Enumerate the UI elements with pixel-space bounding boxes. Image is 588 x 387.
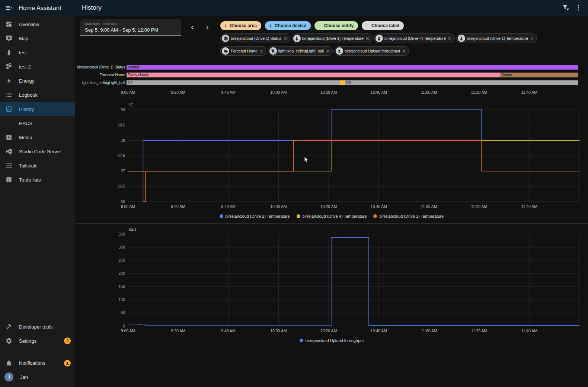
filter-chip-birrejancloud-drive-4-temperature[interactable]: birrejancloud (Drive 4) Temperature	[374, 33, 455, 43]
sidebar-item-label: Settings	[19, 338, 36, 344]
sidebar-item-label: History	[19, 106, 34, 112]
filter-chip-light-ikea-cellinglight-hall[interactable]: light.ikea_cellingLight_hall	[268, 46, 333, 56]
chart-icon	[6, 106, 12, 112]
svg-text:9:20 AM: 9:20 AM	[171, 204, 186, 209]
overflow-menu-icon[interactable]	[575, 4, 582, 12]
chip-label: birrejancloud (Drive 1) Temperature	[467, 36, 528, 41]
sidebar-item-energy[interactable]: Energy	[0, 74, 75, 88]
date-range-field[interactable]: Start date - End date Sep 5, 9:00 AM - S…	[80, 19, 181, 36]
throughput-chart[interactable]: 050100150200250300350kB/s9:00 AM9:20 AM9…	[75, 224, 588, 336]
sidebar-header: Home Assistant	[0, 4, 75, 12]
remove-filter-icon[interactable]	[283, 36, 288, 41]
legend-label: birrejancloud (Drive 2) Temperature	[226, 214, 290, 218]
timeline-segment[interactable]: Off	[345, 80, 578, 85]
sidebar: OverviewMaptesttest 2EnergyLogbookHistor…	[0, 16, 75, 387]
svg-text:36.5: 36.5	[118, 184, 125, 188]
choose-device-button[interactable]: Choose device	[265, 21, 311, 30]
sidebar-item-history[interactable]: History	[0, 102, 75, 116]
sidebar-item-notifications[interactable]: Notifications1	[0, 356, 75, 370]
svg-text:kB/s: kB/s	[129, 227, 136, 231]
timeline-segment[interactable]: normal	[127, 65, 578, 70]
choose-area-button[interactable]: Choose area	[220, 21, 261, 30]
prev-period-button[interactable]	[186, 21, 199, 34]
svg-text:37.5: 37.5	[118, 153, 125, 158]
lightning-icon	[6, 77, 12, 84]
time-tick-label: 11:40 AM	[521, 90, 537, 95]
svg-text:11:20 AM: 11:20 AM	[471, 204, 488, 209]
next-period-button[interactable]	[201, 21, 214, 34]
choose-label-button[interactable]: Choose label	[362, 21, 404, 30]
sidebar-item-developer-tools[interactable]: Developer tools	[0, 320, 75, 334]
remove-filter-icon[interactable]	[259, 49, 264, 54]
sidebar-item-map[interactable]: Map	[0, 31, 75, 45]
svg-text:250: 250	[118, 258, 125, 262]
svg-text:39: 39	[121, 108, 125, 112]
timeline-segment-label: Off	[346, 81, 351, 85]
sidebar-item-studio-code-server[interactable]: Studio Code Server	[0, 144, 75, 159]
thermometer-icon	[376, 35, 383, 42]
filter-chip-forecast-home[interactable]: Forecast Home	[220, 46, 266, 56]
menu-icon[interactable]	[5, 4, 13, 12]
map-account-icon	[6, 35, 12, 42]
sidebar-item-label: Jan	[20, 374, 28, 380]
bell-icon	[6, 360, 12, 367]
remove-filter-icon[interactable]	[325, 49, 330, 54]
section-divider	[75, 99, 588, 99]
chart-legend: birrejancloud Upload throughput	[75, 336, 588, 345]
svg-text:11:40 AM: 11:40 AM	[521, 204, 537, 209]
timeline-segment-label: normal	[128, 65, 139, 69]
section-divider	[75, 223, 588, 224]
choose-entity-button[interactable]: Choose entity	[314, 21, 358, 30]
timeline-segment[interactable]	[340, 80, 345, 85]
dots-grid-icon	[6, 162, 12, 169]
view-grid-icon	[6, 63, 12, 70]
sidebar-item-jan[interactable]: JJan	[0, 370, 75, 384]
timeline-segment[interactable]: Partly cloudy	[127, 73, 500, 77]
legend-dot	[297, 214, 300, 218]
sidebar-bottom: Developer toolsSettings2Notifications1JJ…	[0, 320, 75, 384]
sidebar-item-test-2[interactable]: test 2	[0, 60, 75, 74]
sidebar-item-test[interactable]: test	[0, 45, 75, 60]
sidebar-item-to-do-lists[interactable]: To-do lists	[0, 173, 75, 187]
temperature-chart[interactable]: 3636.53737.53838.539°C9:00 AM9:20 AM9:40…	[75, 100, 588, 212]
app-title: Home Assistant	[19, 4, 61, 12]
check-circle-icon	[222, 35, 229, 42]
svg-text:11:00 AM: 11:00 AM	[421, 204, 437, 209]
filter-chip-birrejancloud-upload-throughput[interactable]: birrejancloud Upload throughput	[334, 46, 409, 56]
timeline-row-label: Forecast Home	[75, 73, 127, 77]
sidebar-item-hacs[interactable]: HACS	[0, 116, 75, 130]
sidebar-item-logbook[interactable]: Logbook	[0, 88, 75, 102]
sidebar-item-overview[interactable]: Overview	[0, 17, 75, 31]
legend-item-birrejancloud-drive-1-temperature[interactable]: birrejancloud (Drive 1) Temperature	[373, 214, 444, 218]
remove-filter-icon[interactable]	[447, 36, 452, 41]
timeline-segment[interactable]: Sunny	[500, 73, 578, 77]
remove-filter-icon[interactable]	[530, 36, 534, 41]
remove-filter-icon[interactable]	[402, 49, 406, 54]
thermometer-icon	[458, 35, 465, 42]
play-box-icon	[6, 134, 12, 141]
chip-label: Choose area	[230, 23, 257, 28]
remove-filter-icon[interactable]	[365, 36, 370, 41]
sidebar-item-settings[interactable]: Settings2	[0, 334, 75, 348]
svg-text:11:00 AM: 11:00 AM	[421, 329, 437, 333]
sidebar-item-label: Media	[19, 135, 32, 140]
time-tick-label: 10:20 AM	[320, 90, 337, 95]
sidebar-item-tailscale[interactable]: Tailscale	[0, 159, 75, 173]
filter-bar: Start date - End date Sep 5, 9:00 AM - S…	[75, 16, 588, 56]
legend-item-birrejancloud-upload-throughput[interactable]: birrejancloud Upload throughput	[300, 338, 364, 343]
sidebar-item-label: To-do lists	[19, 177, 41, 183]
filter-chip-birrejancloud-drive-2-temperature[interactable]: birrejancloud (Drive 2) Temperature	[292, 33, 373, 43]
legend-item-birrejancloud-drive-2-temperature[interactable]: birrejancloud (Drive 2) Temperature	[220, 214, 290, 218]
time-tick-label: 10:00 AM	[270, 90, 287, 95]
entity-chip-row: birrejancloud (Drive 1) Statusbirrejancl…	[220, 33, 584, 56]
sidebar-item-label: test	[19, 50, 27, 55]
legend-item-birrejancloud-drive-4-temperature[interactable]: birrejancloud (Drive 4) Temperature	[297, 214, 367, 218]
svg-text:350: 350	[118, 232, 125, 236]
filter-chip-birrejancloud-drive-1-status[interactable]: birrejancloud (Drive 1) Status	[220, 33, 290, 43]
filter-chip-birrejancloud-drive-1-temperature[interactable]: birrejancloud (Drive 1) Temperature	[456, 33, 537, 43]
sidebar-item-media[interactable]: Media	[0, 130, 75, 144]
chip-label: Choose label	[371, 23, 399, 28]
timeline-segment-label: Sunny	[501, 73, 512, 77]
timeline-segment[interactable]: Off	[127, 80, 340, 85]
remove-filters-icon[interactable]	[562, 4, 569, 12]
